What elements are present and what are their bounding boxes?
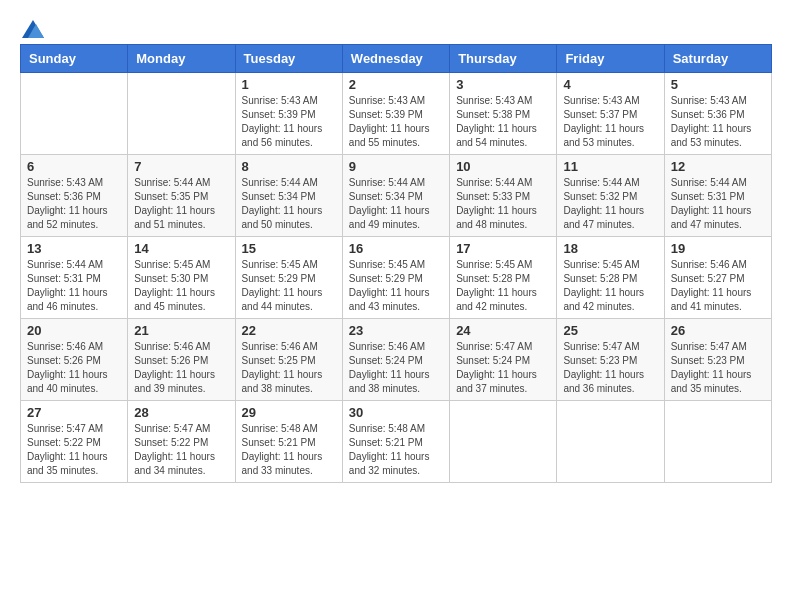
day-info: Sunrise: 5:47 AM Sunset: 5:23 PM Dayligh…: [563, 340, 657, 396]
day-number: 6: [27, 159, 121, 174]
calendar-cell: 7Sunrise: 5:44 AM Sunset: 5:35 PM Daylig…: [128, 155, 235, 237]
calendar-header-friday: Friday: [557, 45, 664, 73]
day-info: Sunrise: 5:44 AM Sunset: 5:35 PM Dayligh…: [134, 176, 228, 232]
day-number: 17: [456, 241, 550, 256]
calendar-cell: 15Sunrise: 5:45 AM Sunset: 5:29 PM Dayli…: [235, 237, 342, 319]
day-number: 22: [242, 323, 336, 338]
calendar-cell: [664, 401, 771, 483]
calendar-cell: 5Sunrise: 5:43 AM Sunset: 5:36 PM Daylig…: [664, 73, 771, 155]
day-info: Sunrise: 5:45 AM Sunset: 5:28 PM Dayligh…: [563, 258, 657, 314]
day-info: Sunrise: 5:47 AM Sunset: 5:23 PM Dayligh…: [671, 340, 765, 396]
day-info: Sunrise: 5:45 AM Sunset: 5:29 PM Dayligh…: [349, 258, 443, 314]
day-number: 13: [27, 241, 121, 256]
day-info: Sunrise: 5:45 AM Sunset: 5:29 PM Dayligh…: [242, 258, 336, 314]
calendar-header-row: SundayMondayTuesdayWednesdayThursdayFrid…: [21, 45, 772, 73]
calendar-cell: 6Sunrise: 5:43 AM Sunset: 5:36 PM Daylig…: [21, 155, 128, 237]
calendar-header-sunday: Sunday: [21, 45, 128, 73]
calendar-cell: 19Sunrise: 5:46 AM Sunset: 5:27 PM Dayli…: [664, 237, 771, 319]
header: [20, 20, 772, 34]
calendar-week-row: 1Sunrise: 5:43 AM Sunset: 5:39 PM Daylig…: [21, 73, 772, 155]
calendar-cell: 3Sunrise: 5:43 AM Sunset: 5:38 PM Daylig…: [450, 73, 557, 155]
day-number: 5: [671, 77, 765, 92]
day-info: Sunrise: 5:48 AM Sunset: 5:21 PM Dayligh…: [349, 422, 443, 478]
day-info: Sunrise: 5:43 AM Sunset: 5:36 PM Dayligh…: [671, 94, 765, 150]
calendar-week-row: 6Sunrise: 5:43 AM Sunset: 5:36 PM Daylig…: [21, 155, 772, 237]
day-info: Sunrise: 5:44 AM Sunset: 5:34 PM Dayligh…: [242, 176, 336, 232]
calendar-week-row: 13Sunrise: 5:44 AM Sunset: 5:31 PM Dayli…: [21, 237, 772, 319]
calendar-cell: 27Sunrise: 5:47 AM Sunset: 5:22 PM Dayli…: [21, 401, 128, 483]
day-number: 16: [349, 241, 443, 256]
day-info: Sunrise: 5:43 AM Sunset: 5:39 PM Dayligh…: [349, 94, 443, 150]
logo-icon: [22, 20, 44, 38]
day-info: Sunrise: 5:44 AM Sunset: 5:31 PM Dayligh…: [671, 176, 765, 232]
calendar-cell: 20Sunrise: 5:46 AM Sunset: 5:26 PM Dayli…: [21, 319, 128, 401]
calendar-cell: 17Sunrise: 5:45 AM Sunset: 5:28 PM Dayli…: [450, 237, 557, 319]
calendar-cell: 11Sunrise: 5:44 AM Sunset: 5:32 PM Dayli…: [557, 155, 664, 237]
day-info: Sunrise: 5:43 AM Sunset: 5:39 PM Dayligh…: [242, 94, 336, 150]
day-info: Sunrise: 5:44 AM Sunset: 5:31 PM Dayligh…: [27, 258, 121, 314]
day-number: 26: [671, 323, 765, 338]
day-number: 4: [563, 77, 657, 92]
calendar-cell: 30Sunrise: 5:48 AM Sunset: 5:21 PM Dayli…: [342, 401, 449, 483]
day-info: Sunrise: 5:45 AM Sunset: 5:30 PM Dayligh…: [134, 258, 228, 314]
calendar-cell: 24Sunrise: 5:47 AM Sunset: 5:24 PM Dayli…: [450, 319, 557, 401]
day-number: 8: [242, 159, 336, 174]
day-number: 10: [456, 159, 550, 174]
day-info: Sunrise: 5:44 AM Sunset: 5:33 PM Dayligh…: [456, 176, 550, 232]
day-number: 29: [242, 405, 336, 420]
day-info: Sunrise: 5:47 AM Sunset: 5:24 PM Dayligh…: [456, 340, 550, 396]
calendar-header-wednesday: Wednesday: [342, 45, 449, 73]
day-info: Sunrise: 5:47 AM Sunset: 5:22 PM Dayligh…: [134, 422, 228, 478]
calendar-table: SundayMondayTuesdayWednesdayThursdayFrid…: [20, 44, 772, 483]
day-info: Sunrise: 5:43 AM Sunset: 5:38 PM Dayligh…: [456, 94, 550, 150]
calendar-week-row: 20Sunrise: 5:46 AM Sunset: 5:26 PM Dayli…: [21, 319, 772, 401]
day-number: 30: [349, 405, 443, 420]
day-info: Sunrise: 5:43 AM Sunset: 5:37 PM Dayligh…: [563, 94, 657, 150]
calendar-cell: 14Sunrise: 5:45 AM Sunset: 5:30 PM Dayli…: [128, 237, 235, 319]
day-info: Sunrise: 5:46 AM Sunset: 5:27 PM Dayligh…: [671, 258, 765, 314]
day-info: Sunrise: 5:47 AM Sunset: 5:22 PM Dayligh…: [27, 422, 121, 478]
calendar-cell: 26Sunrise: 5:47 AM Sunset: 5:23 PM Dayli…: [664, 319, 771, 401]
day-number: 20: [27, 323, 121, 338]
calendar-header-thursday: Thursday: [450, 45, 557, 73]
day-info: Sunrise: 5:46 AM Sunset: 5:26 PM Dayligh…: [134, 340, 228, 396]
day-info: Sunrise: 5:48 AM Sunset: 5:21 PM Dayligh…: [242, 422, 336, 478]
day-number: 28: [134, 405, 228, 420]
day-number: 15: [242, 241, 336, 256]
day-number: 27: [27, 405, 121, 420]
calendar-cell: 22Sunrise: 5:46 AM Sunset: 5:25 PM Dayli…: [235, 319, 342, 401]
day-number: 21: [134, 323, 228, 338]
day-number: 1: [242, 77, 336, 92]
calendar-cell: [128, 73, 235, 155]
calendar-cell: 21Sunrise: 5:46 AM Sunset: 5:26 PM Dayli…: [128, 319, 235, 401]
day-number: 24: [456, 323, 550, 338]
calendar-cell: 25Sunrise: 5:47 AM Sunset: 5:23 PM Dayli…: [557, 319, 664, 401]
calendar-cell: 9Sunrise: 5:44 AM Sunset: 5:34 PM Daylig…: [342, 155, 449, 237]
calendar-cell: 16Sunrise: 5:45 AM Sunset: 5:29 PM Dayli…: [342, 237, 449, 319]
logo: [20, 20, 44, 34]
day-info: Sunrise: 5:44 AM Sunset: 5:32 PM Dayligh…: [563, 176, 657, 232]
calendar-header-tuesday: Tuesday: [235, 45, 342, 73]
day-number: 23: [349, 323, 443, 338]
day-number: 9: [349, 159, 443, 174]
calendar-cell: 13Sunrise: 5:44 AM Sunset: 5:31 PM Dayli…: [21, 237, 128, 319]
day-info: Sunrise: 5:43 AM Sunset: 5:36 PM Dayligh…: [27, 176, 121, 232]
calendar-header-monday: Monday: [128, 45, 235, 73]
calendar-cell: 10Sunrise: 5:44 AM Sunset: 5:33 PM Dayli…: [450, 155, 557, 237]
day-number: 12: [671, 159, 765, 174]
calendar-cell: [21, 73, 128, 155]
day-info: Sunrise: 5:46 AM Sunset: 5:24 PM Dayligh…: [349, 340, 443, 396]
day-number: 3: [456, 77, 550, 92]
day-number: 25: [563, 323, 657, 338]
calendar-cell: 4Sunrise: 5:43 AM Sunset: 5:37 PM Daylig…: [557, 73, 664, 155]
calendar-cell: 29Sunrise: 5:48 AM Sunset: 5:21 PM Dayli…: [235, 401, 342, 483]
day-number: 18: [563, 241, 657, 256]
calendar-cell: 23Sunrise: 5:46 AM Sunset: 5:24 PM Dayli…: [342, 319, 449, 401]
calendar-cell: 1Sunrise: 5:43 AM Sunset: 5:39 PM Daylig…: [235, 73, 342, 155]
day-number: 7: [134, 159, 228, 174]
day-number: 2: [349, 77, 443, 92]
calendar-cell: 18Sunrise: 5:45 AM Sunset: 5:28 PM Dayli…: [557, 237, 664, 319]
calendar-cell: 28Sunrise: 5:47 AM Sunset: 5:22 PM Dayli…: [128, 401, 235, 483]
calendar-cell: 8Sunrise: 5:44 AM Sunset: 5:34 PM Daylig…: [235, 155, 342, 237]
day-number: 11: [563, 159, 657, 174]
